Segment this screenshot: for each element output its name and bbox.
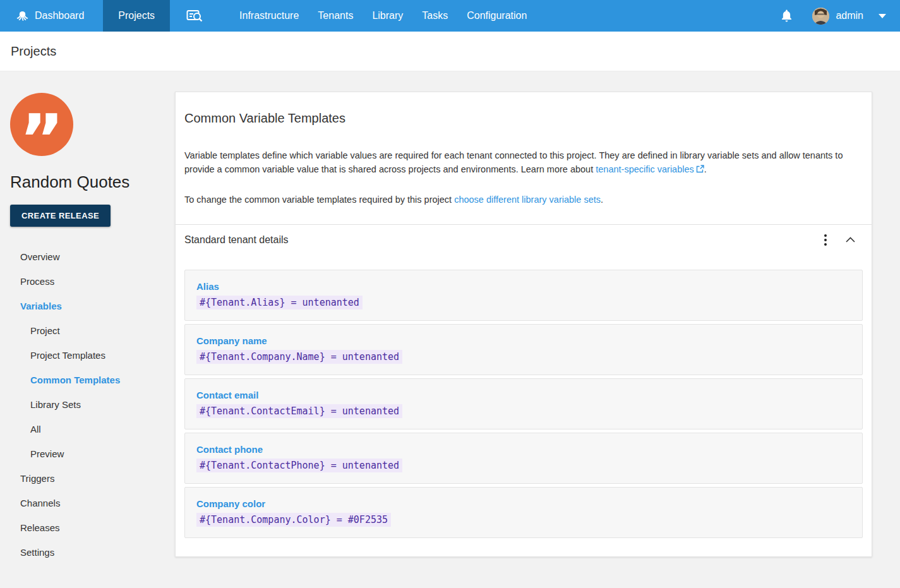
tenant-specific-variables-link[interactable]: tenant-specific variables xyxy=(596,164,694,174)
nav-projects[interactable]: Projects xyxy=(103,0,170,32)
template-code: #{Tenant.Company.Name} = untenanted xyxy=(196,350,402,364)
description-suffix-2: . xyxy=(601,195,603,205)
sidebar-item-common-templates[interactable]: Common Templates xyxy=(10,368,165,392)
variable-template-alias[interactable]: Alias #{Tenant.Alias} = untenanted xyxy=(184,270,863,321)
nav-tenants-label: Tenants xyxy=(318,10,353,21)
description-paragraph-1: Variable templates define which variable… xyxy=(184,148,863,177)
description-suffix-1: . xyxy=(704,164,707,174)
variable-template-company-name[interactable]: Company name #{Tenant.Company.Name} = un… xyxy=(184,324,863,375)
top-navigation: Dashboard Projects Infrastructure Tenant… xyxy=(0,0,900,32)
card-head: Common Variable Templates Variable templ… xyxy=(176,92,872,207)
create-release-button[interactable]: CREATE RELEASE xyxy=(10,205,111,227)
sidebar-item-process[interactable]: Process xyxy=(10,269,165,294)
nav-project-search[interactable] xyxy=(170,0,220,32)
template-label: Contact email xyxy=(196,390,851,400)
overflow-menu-button[interactable] xyxy=(810,232,841,248)
user-name[interactable]: admin xyxy=(836,10,863,21)
sidebar-item-preview[interactable]: Preview xyxy=(10,441,165,466)
template-label: Company color xyxy=(196,498,851,509)
template-code: #{Tenant.ContactEmail} = untenanted xyxy=(196,404,402,418)
breadcrumb[interactable]: Projects xyxy=(11,44,56,59)
nav-configuration[interactable]: Configuration xyxy=(457,0,536,32)
variable-set-title: Standard tenant details xyxy=(184,234,810,246)
svg-text:”: ” xyxy=(20,100,64,156)
project-name: Random Quotes xyxy=(10,172,165,192)
template-code: #{Tenant.ContactPhone} = untenanted xyxy=(196,459,402,472)
sidebar-item-all[interactable]: All xyxy=(10,417,165,441)
sidebar-item-releases[interactable]: Releases xyxy=(10,515,165,540)
nav-infrastructure-label: Infrastructure xyxy=(239,10,299,21)
description-text-1: Variable templates define which variable… xyxy=(184,150,843,174)
template-label: Contact phone xyxy=(196,444,851,455)
project-sidebar: ” Random Quotes CREATE RELEASE Overview … xyxy=(0,71,165,565)
description-text-2: To change the common variable templates … xyxy=(184,195,454,205)
nav-projects-label: Projects xyxy=(118,10,155,21)
caret-down-icon[interactable] xyxy=(879,14,886,18)
nav-dashboard[interactable]: Dashboard xyxy=(0,0,93,32)
sidebar-item-project[interactable]: Project xyxy=(10,318,165,343)
project-nav: Overview Process Variables Project Proje… xyxy=(10,244,165,565)
content-area: ” Random Quotes CREATE RELEASE Overview … xyxy=(0,71,900,588)
project-search-icon xyxy=(186,9,203,23)
nav-right-group: admin xyxy=(772,0,900,32)
template-code: #{Tenant.Alias} = untenanted xyxy=(196,296,363,309)
template-code: #{Tenant.Company.Color} = #0F2535 xyxy=(196,513,391,527)
nav-dashboard-label: Dashboard xyxy=(35,10,84,21)
breadcrumb-bar: Projects xyxy=(0,32,900,71)
sidebar-item-library-sets[interactable]: Library Sets xyxy=(10,392,165,417)
common-variable-templates-card: Common Variable Templates Variable templ… xyxy=(175,92,872,557)
template-label: Company name xyxy=(196,335,851,346)
choose-library-variable-sets-link[interactable]: choose different library variable sets xyxy=(454,195,601,205)
nav-library[interactable]: Library xyxy=(363,0,412,32)
description-paragraph-2: To change the common variable templates … xyxy=(184,193,863,207)
project-logo: ” xyxy=(10,93,73,156)
nav-tenants[interactable]: Tenants xyxy=(308,0,363,32)
nav-infrastructure[interactable]: Infrastructure xyxy=(230,0,308,32)
sidebar-item-settings[interactable]: Settings xyxy=(10,540,165,565)
sidebar-item-variables[interactable]: Variables xyxy=(10,294,165,318)
collapse-section-button[interactable] xyxy=(841,234,860,245)
sidebar-item-channels[interactable]: Channels xyxy=(10,491,165,515)
nav-configuration-label: Configuration xyxy=(467,10,527,21)
variable-template-list: Alias #{Tenant.Alias} = untenanted Compa… xyxy=(176,255,872,556)
variable-template-contact-email[interactable]: Contact email #{Tenant.ContactEmail} = u… xyxy=(184,378,863,429)
external-link-icon xyxy=(696,165,704,175)
bell-icon xyxy=(781,9,792,22)
page-title: Common Variable Templates xyxy=(184,111,863,126)
variable-template-company-color[interactable]: Company color #{Tenant.Company.Color} = … xyxy=(184,487,863,538)
variable-template-contact-phone[interactable]: Contact phone #{Tenant.ContactPhone} = u… xyxy=(184,433,863,484)
user-avatar[interactable] xyxy=(812,8,829,25)
nav-library-label: Library xyxy=(372,10,403,21)
octopus-icon xyxy=(16,10,28,22)
variable-set-section-header: Standard tenant details xyxy=(176,224,872,255)
sidebar-item-triggers[interactable]: Triggers xyxy=(10,466,165,491)
chevron-up-icon xyxy=(846,237,855,243)
nav-tasks[interactable]: Tasks xyxy=(412,0,457,32)
template-label: Alias xyxy=(196,281,851,292)
kebab-icon xyxy=(824,234,827,246)
nav-tasks-label: Tasks xyxy=(422,10,448,21)
sidebar-item-project-templates[interactable]: Project Templates xyxy=(10,343,165,368)
notifications-button[interactable] xyxy=(772,9,801,22)
sidebar-item-overview[interactable]: Overview xyxy=(10,244,165,269)
